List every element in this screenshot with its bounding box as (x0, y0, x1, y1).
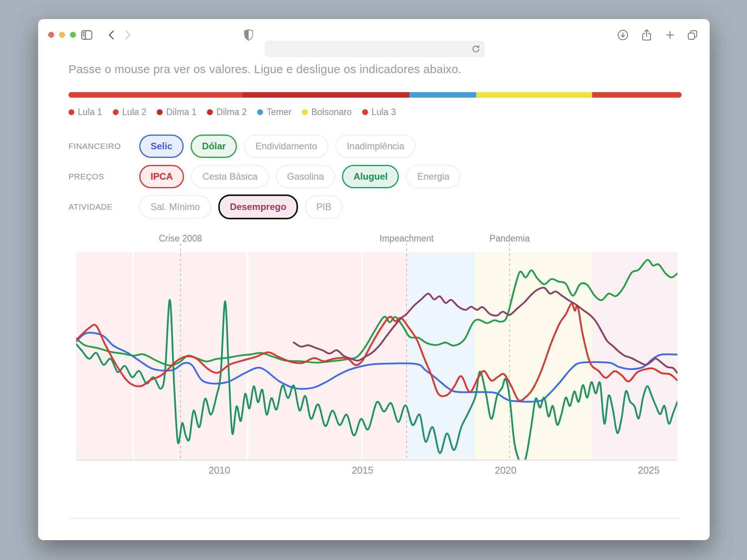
new-tab-icon[interactable] (663, 29, 677, 41)
forward-icon[interactable] (121, 29, 134, 41)
timeline-segment-bolsonaro[interactable] (476, 92, 592, 98)
term-band-lula-3 (592, 252, 677, 460)
legend-dot-icon (257, 109, 263, 115)
term-band-bolsonaro (475, 252, 592, 460)
legend-item: Dilma 1 (157, 107, 196, 117)
term-band-dilma-2 (363, 252, 407, 460)
x-tick-label: 2025 (638, 465, 660, 476)
timeline-segment-lula-1-2[interactable] (68, 92, 243, 98)
legend-label: Dilma 2 (216, 107, 247, 117)
share-icon[interactable] (640, 29, 653, 41)
legend-item: Lula 3 (362, 107, 396, 117)
minimize-window-button[interactable] (59, 32, 65, 38)
address-bar[interactable] (265, 41, 485, 57)
legend-item: Temer (257, 107, 291, 117)
downloads-icon[interactable] (616, 29, 630, 41)
indicator-toggle-inadimpl-ncia[interactable]: Inadimplência (335, 135, 416, 158)
term-band-lula-1 (76, 252, 132, 460)
legend-item: Dilma 2 (207, 107, 247, 117)
indicator-toggle-aluguel[interactable]: Aluguel (342, 165, 399, 188)
term-band-temer (407, 252, 475, 460)
privacy-shield-icon[interactable] (242, 29, 255, 41)
sidebar-toggle-icon[interactable] (80, 29, 93, 41)
bottom-divider (69, 518, 681, 519)
indicator-toggle-sal-m-nimo[interactable]: Sal. Mínimo (139, 195, 211, 219)
legend-dot-icon (302, 109, 308, 115)
x-tick-label: 2010 (209, 465, 230, 476)
legend-item: Lula 1 (68, 107, 102, 117)
browser-toolbar (38, 19, 710, 50)
filter-row: PREÇOSIPCACesta BásicaGasolinaAluguelEne… (68, 164, 461, 189)
legend-label: Lula 3 (372, 107, 396, 117)
close-window-button[interactable] (48, 32, 54, 38)
legend-label: Temer (267, 107, 291, 117)
page-title: Passe o mouse pra ver os valores. Ligue … (68, 63, 461, 76)
indicator-toggle-cesta-b-sica[interactable]: Cesta Básica (191, 165, 268, 188)
browser-window: Passe o mouse pra ver os valores. Ligue … (38, 19, 710, 540)
indicator-toggle-desemprego[interactable]: Desemprego (218, 194, 298, 219)
filter-row: FINANCEIROSelicDólarEndividamentoInadimp… (68, 134, 461, 158)
back-icon[interactable] (105, 29, 118, 41)
indicator-toggle-selic[interactable]: Selic (139, 135, 184, 158)
indicator-line-chart[interactable] (76, 241, 677, 461)
timeline-segment-dilma-1-2[interactable] (243, 92, 410, 98)
x-tick-label: 2015 (352, 465, 374, 476)
indicator-toggle-endividamento[interactable]: Endividamento (244, 135, 328, 158)
indicator-toggle-gasolina[interactable]: Gasolina (276, 165, 335, 188)
indicator-filters: FINANCEIROSelicDólarEndividamentoInadimp… (68, 134, 461, 225)
legend-label: Lula 1 (78, 107, 102, 117)
legend-dot-icon (362, 109, 368, 115)
legend-dot-icon (157, 109, 163, 115)
legend-label: Dilma 1 (166, 107, 196, 117)
filter-category-label: FINANCEIRO (68, 142, 139, 151)
filter-row: ATIVIDADESal. MínimoDesempregoPIB (68, 195, 461, 219)
indicator-toggle-ipca[interactable]: IPCA (139, 165, 184, 188)
legend-item: Bolsonaro (302, 107, 352, 117)
indicator-toggle-pib[interactable]: PIB (305, 195, 343, 219)
legend-item: Lula 2 (113, 107, 147, 117)
indicator-toggle-d-lar[interactable]: Dólar (191, 135, 237, 158)
legend-dot-icon (68, 109, 74, 115)
legend-label: Lula 2 (122, 107, 147, 117)
reload-icon[interactable] (471, 44, 481, 54)
filter-category-label: ATIVIDADE (68, 202, 139, 212)
legend-label: Bolsonaro (311, 107, 352, 117)
indicator-toggle-energia[interactable]: Energia (406, 165, 461, 188)
presidential-timeline-bar[interactable] (68, 92, 682, 98)
timeline-segment-lula-3[interactable] (592, 92, 682, 98)
president-legend: Lula 1Lula 2Dilma 1Dilma 2TemerBolsonaro… (68, 107, 396, 117)
tab-overview-icon[interactable] (686, 29, 699, 41)
legend-dot-icon (113, 109, 119, 115)
x-tick-label: 2020 (495, 465, 517, 476)
zoom-window-button[interactable] (70, 32, 76, 38)
legend-dot-icon (207, 109, 213, 115)
timeline-segment-temer[interactable] (409, 92, 476, 98)
filter-category-label: PREÇOS (68, 172, 139, 181)
